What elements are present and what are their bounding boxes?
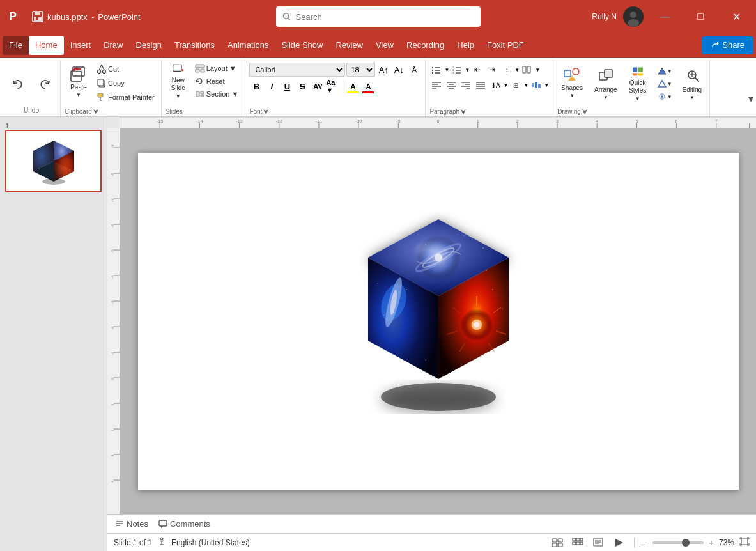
clear-format-button[interactable]: Ā	[407, 63, 421, 77]
section-button[interactable]: Section ▼	[192, 88, 242, 100]
menu-transitions[interactable]: Transitions	[168, 36, 221, 55]
menu-design[interactable]: Design	[130, 36, 168, 55]
align-text-button[interactable]: ⊞	[509, 78, 523, 92]
undo-button[interactable]	[5, 65, 31, 104]
menu-foxit[interactable]: Foxit PDF	[481, 36, 530, 55]
search-bar[interactable]	[276, 6, 481, 27]
line-spacing-dropdown[interactable]: ▼	[514, 67, 520, 73]
menu-help[interactable]: Help	[451, 36, 481, 55]
fit-slide-button[interactable]	[739, 537, 750, 548]
char-spacing-button[interactable]: AV	[311, 79, 325, 93]
zoom-slider[interactable]	[652, 541, 704, 544]
text-direction-dropdown[interactable]: ▼	[503, 82, 508, 88]
increase-indent-button[interactable]: ⇥	[485, 63, 499, 77]
italic-button[interactable]: I	[265, 79, 279, 93]
text-direction-button[interactable]: ⬆A	[488, 78, 502, 92]
menu-file[interactable]: File	[3, 36, 29, 55]
shape-effects-button[interactable]: ▼	[654, 91, 675, 102]
paste-dropdown[interactable]: ▼	[76, 92, 81, 98]
layout-button[interactable]: Layout ▼	[192, 63, 242, 74]
paste-button[interactable]: Paste ▼	[65, 60, 93, 102]
font-family-select[interactable]: Calibri	[249, 63, 345, 77]
status-bar: Slide 1 of 1 English (United States)	[107, 533, 756, 551]
menu-review[interactable]: Review	[329, 36, 369, 55]
font-size-select[interactable]: 18	[346, 63, 375, 77]
quick-styles-button[interactable]: QuickStyles ▼	[625, 63, 651, 104]
increase-font-button[interactable]: A↑	[376, 63, 390, 77]
shape-outline-button[interactable]: ▼	[654, 78, 675, 89]
bullets-dropdown[interactable]: ▼	[444, 67, 449, 73]
arrange-button[interactable]: Arrange ▼	[590, 63, 621, 104]
decrease-indent-button[interactable]: ⇤	[470, 63, 484, 77]
menu-animations[interactable]: Animations	[221, 36, 275, 55]
menu-slideshow[interactable]: Slide Show	[275, 36, 329, 55]
shapes-button[interactable]: Shapes ▼	[557, 63, 587, 101]
redo-button[interactable]	[32, 65, 58, 104]
menu-view[interactable]: View	[369, 36, 400, 55]
accessibility-button[interactable]	[157, 537, 166, 548]
menu-draw[interactable]: Draw	[97, 36, 129, 55]
change-case-button[interactable]: Aa ▼	[326, 79, 340, 93]
menu-insert[interactable]: Insert	[64, 36, 98, 55]
slide-sorter-button[interactable]	[570, 536, 585, 550]
normal-view-button[interactable]	[550, 536, 565, 550]
minimize-button[interactable]: —	[650, 11, 679, 22]
quick-styles-dropdown[interactable]: ▼	[635, 96, 640, 102]
slide-content[interactable]	[138, 153, 739, 490]
new-slide-button[interactable]: NewSlide ▼	[166, 60, 191, 102]
columns-dropdown[interactable]: ▼	[535, 67, 540, 73]
smartart-dropdown[interactable]: ▼	[544, 82, 549, 88]
menu-home[interactable]: Home	[29, 36, 64, 55]
slide-thumbnail[interactable]	[5, 130, 102, 192]
align-center-button[interactable]	[444, 78, 458, 92]
new-slide-dropdown[interactable]: ▼	[176, 93, 181, 99]
ribbon-expand-button[interactable]: ▾	[748, 93, 753, 105]
align-left-button[interactable]	[429, 78, 444, 92]
shapes-dropdown[interactable]: ▼	[569, 93, 575, 98]
line-spacing-button[interactable]: ↕	[500, 63, 514, 77]
zoom-out-button[interactable]: −	[642, 538, 647, 548]
columns-button[interactable]	[520, 63, 534, 77]
zoom-in-button[interactable]: +	[709, 538, 714, 548]
underline-button[interactable]: U	[280, 79, 294, 93]
menu-recording[interactable]: Recording	[400, 36, 451, 55]
smartart-button[interactable]	[529, 78, 543, 92]
bullets-button[interactable]	[429, 63, 444, 77]
font-color-button[interactable]: A	[361, 79, 375, 93]
align-text-dropdown[interactable]: ▼	[523, 82, 528, 88]
justify-button[interactable]	[474, 78, 488, 92]
numbering-dropdown[interactable]: ▼	[465, 67, 470, 73]
font-label: Font ⮟	[249, 108, 421, 116]
strikethrough-button[interactable]: S	[295, 79, 309, 93]
zoom-level[interactable]: 73%	[719, 538, 734, 547]
zoom-slider-thumb[interactable]	[682, 539, 690, 547]
editing-button[interactable]: Editing ▼	[679, 63, 706, 104]
undo-group: Undo	[3, 60, 61, 116]
numbering-button[interactable]: 1. 2. 3.	[450, 63, 464, 77]
arrange-dropdown[interactable]: ▼	[603, 95, 608, 100]
align-right-button[interactable]	[459, 78, 473, 92]
search-input[interactable]	[296, 12, 474, 22]
cut-button[interactable]: Cut	[94, 63, 157, 75]
close-button[interactable]: ✕	[721, 11, 751, 23]
shape-fill-dropdown[interactable]: ▼	[667, 68, 672, 74]
slideshow-button[interactable]	[611, 536, 626, 550]
shape-outline-dropdown[interactable]: ▼	[667, 81, 672, 87]
file-name: kubus.pptx	[47, 12, 88, 22]
comments-button[interactable]: Comments	[158, 519, 210, 529]
notes-button[interactable]: Notes	[115, 519, 148, 529]
shape-fill-button[interactable]: ▼	[654, 65, 675, 77]
decrease-font-button[interactable]: A↓	[392, 63, 406, 77]
save-button[interactable]	[28, 0, 47, 33]
shape-effects-dropdown[interactable]: ▼	[667, 94, 672, 100]
shape-fill-icon	[657, 66, 667, 75]
share-button[interactable]: Share	[702, 36, 753, 54]
editing-dropdown[interactable]: ▼	[690, 95, 695, 100]
bold-button[interactable]: B	[249, 79, 263, 93]
copy-button[interactable]: Copy	[94, 77, 157, 89]
maximize-button[interactable]: □	[686, 11, 715, 22]
reset-button[interactable]: Reset	[192, 75, 242, 87]
reading-view-button[interactable]	[590, 536, 606, 550]
text-highlight-button[interactable]: A	[346, 79, 360, 93]
format-painter-button[interactable]: Format Painter	[94, 91, 157, 104]
